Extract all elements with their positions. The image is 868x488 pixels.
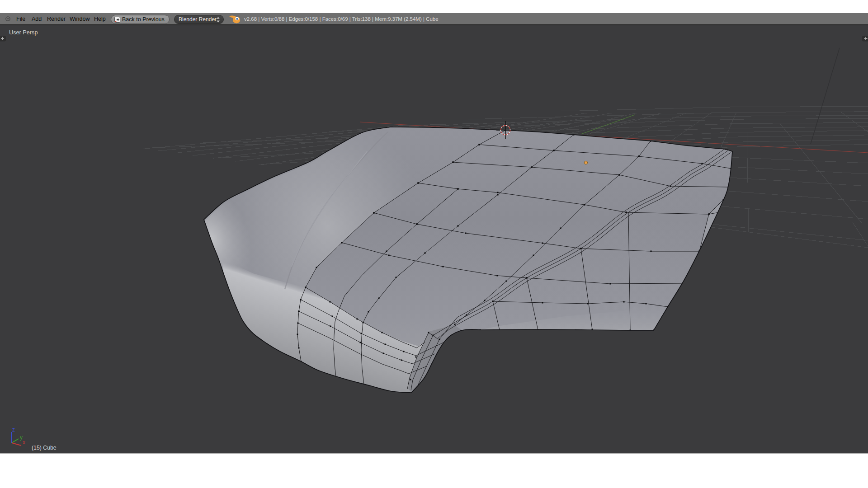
svg-text:x: x — [23, 439, 25, 446]
svg-text:z: z — [12, 427, 15, 433]
